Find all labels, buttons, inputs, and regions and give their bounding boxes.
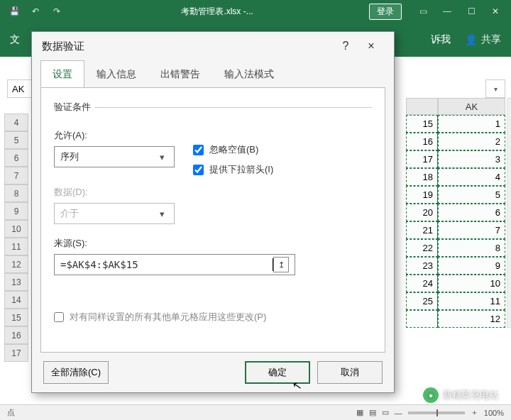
login-button[interactable]: 登录 bbox=[369, 4, 402, 20]
ribbon-options-icon[interactable]: ▭ bbox=[414, 3, 432, 20]
column-header-ak[interactable]: AK bbox=[438, 98, 505, 115]
chevron-down-icon: ▾ bbox=[155, 152, 168, 162]
checkbox-input[interactable] bbox=[193, 165, 204, 175]
tab-input-message[interactable]: 输入信息 bbox=[84, 60, 148, 88]
validation-criteria: 验证条件 允许(A): 序列 ▾ 忽略空值(B) 提 bbox=[54, 101, 372, 324]
cell[interactable]: 16 bbox=[406, 133, 438, 150]
cell[interactable]: 6 bbox=[438, 204, 505, 221]
cell[interactable]: 23 bbox=[406, 257, 438, 275]
ok-button[interactable]: 确定 bbox=[245, 361, 310, 384]
data-validation-dialog: 数据验证 ? × 设置 输入信息 出错警告 输入法模式 验证条件 允许(A): … bbox=[31, 31, 395, 393]
cell[interactable]: 2 bbox=[438, 133, 505, 150]
allow-label: 允许(A): bbox=[54, 129, 182, 142]
source-input[interactable]: =$AK$4:$AK$15 ↥ bbox=[54, 254, 295, 275]
formula-bar-expand[interactable]: ▾ bbox=[485, 79, 505, 98]
row-header[interactable]: 13 bbox=[4, 273, 28, 291]
cell[interactable]: 20 bbox=[406, 204, 438, 221]
view-pagebreak-icon[interactable]: ▭ bbox=[382, 408, 389, 417]
cell[interactable]: 15 bbox=[406, 115, 438, 133]
sheet-peek: AK 151 162 173 184 195 206 217 228 239 2… bbox=[406, 98, 505, 328]
help-button[interactable]: ? bbox=[333, 33, 358, 59]
row-header[interactable]: 16 bbox=[4, 326, 28, 344]
cell[interactable]: 11 bbox=[438, 292, 505, 310]
tab-error-alert[interactable]: 出错警告 bbox=[148, 60, 212, 88]
save-icon[interactable]: 💾 bbox=[4, 3, 24, 20]
row-header[interactable]: 5 bbox=[4, 131, 28, 149]
cell[interactable]: 7 bbox=[438, 221, 505, 239]
cell[interactable]: 9 bbox=[438, 257, 505, 275]
zoom-out-icon[interactable]: ― bbox=[395, 409, 402, 417]
dialog-body: 验证条件 允许(A): 序列 ▾ 忽略空值(B) 提 bbox=[40, 88, 385, 353]
apply-to-all-checkbox[interactable]: 对有同样设置的所有其他单元格应用这些更改(P) bbox=[54, 311, 372, 324]
close-window-icon[interactable]: ✕ bbox=[487, 3, 504, 20]
cancel-button[interactable]: 取消 bbox=[317, 361, 383, 384]
cell[interactable]: 10 bbox=[438, 275, 505, 292]
tell-me[interactable]: 诉我 bbox=[431, 33, 451, 46]
view-layout-icon[interactable]: ▤ bbox=[369, 408, 376, 417]
row-header[interactable]: 6 bbox=[4, 149, 28, 167]
tab-ime-mode[interactable]: 输入法模式 bbox=[212, 60, 286, 88]
maximize-icon[interactable]: ☐ bbox=[463, 3, 480, 20]
zoom-slider[interactable] bbox=[408, 411, 465, 414]
row-header[interactable]: 11 bbox=[4, 238, 28, 255]
window-title: 考勤管理表.xlsx -... bbox=[71, 6, 363, 18]
criteria-legend: 验证条件 bbox=[54, 101, 95, 114]
cell[interactable] bbox=[406, 310, 438, 328]
title-bar: 💾 ↶ ↷ 考勤管理表.xlsx -... 登录 ▭ ― ☐ ✕ bbox=[0, 0, 511, 23]
row-header[interactable]: 9 bbox=[4, 202, 28, 220]
file-tab[interactable]: 文 bbox=[10, 33, 20, 46]
checkbox-input[interactable] bbox=[193, 145, 204, 155]
column-header[interactable] bbox=[406, 98, 438, 115]
cell[interactable]: 5 bbox=[438, 186, 505, 204]
close-icon: × bbox=[368, 40, 374, 52]
row-header[interactable]: 10 bbox=[4, 220, 28, 238]
status-left: 点 bbox=[7, 407, 15, 418]
cell[interactable]: 12 bbox=[438, 310, 505, 328]
share-icon: 👤 bbox=[465, 34, 477, 45]
scroll-down-icon[interactable]: ▾ bbox=[507, 110, 511, 121]
row-header[interactable]: 14 bbox=[4, 291, 28, 309]
row-header[interactable]: 7 bbox=[4, 167, 28, 184]
cell[interactable]: 21 bbox=[406, 221, 438, 239]
watermark-icon: ● bbox=[423, 387, 439, 403]
scroll-up-icon[interactable]: ▴ bbox=[507, 99, 511, 110]
checkbox-input[interactable] bbox=[54, 312, 64, 322]
cell[interactable]: 8 bbox=[438, 239, 505, 257]
close-button[interactable]: × bbox=[358, 33, 384, 59]
redo-icon[interactable]: ↷ bbox=[47, 3, 67, 20]
row-header[interactable]: 8 bbox=[4, 184, 28, 202]
vertical-scrollbar[interactable]: ▴ ▾ bbox=[507, 98, 511, 328]
cell[interactable]: 4 bbox=[438, 168, 505, 186]
chevron-down-icon: ▾ bbox=[494, 85, 498, 93]
watermark: ● 新精英充电站 bbox=[423, 387, 498, 403]
allow-select[interactable]: 序列 ▾ bbox=[54, 146, 175, 167]
ignore-blank-checkbox[interactable]: 忽略空值(B) bbox=[193, 143, 273, 156]
cell[interactable]: 18 bbox=[406, 168, 438, 186]
cell[interactable]: 17 bbox=[406, 150, 438, 168]
cell[interactable]: 1 bbox=[438, 115, 505, 133]
zoom-controls[interactable]: ▦ ▤ ▭ ― ＋ 100% bbox=[356, 407, 504, 418]
cell[interactable]: 24 bbox=[406, 275, 438, 292]
share-button[interactable]: 👤 共享 bbox=[465, 33, 501, 46]
zoom-in-icon[interactable]: ＋ bbox=[471, 407, 478, 418]
in-cell-dropdown-checkbox[interactable]: 提供下拉箭头(I) bbox=[193, 163, 273, 176]
row-header[interactable]: 4 bbox=[4, 114, 28, 131]
row-header[interactable]: 12 bbox=[4, 255, 28, 273]
status-bar: 点 ▦ ▤ ▭ ― ＋ 100% bbox=[0, 404, 511, 420]
row-header[interactable]: 17 bbox=[4, 344, 28, 362]
cell[interactable]: 22 bbox=[406, 239, 438, 257]
cell[interactable]: 25 bbox=[406, 292, 438, 310]
range-selector-button[interactable]: ↥ bbox=[273, 257, 289, 272]
zoom-percent[interactable]: 100% bbox=[484, 409, 504, 417]
source-label: 来源(S): bbox=[54, 237, 372, 250]
minimize-icon[interactable]: ― bbox=[439, 3, 456, 20]
row-header[interactable]: 15 bbox=[4, 309, 28, 326]
undo-icon[interactable]: ↶ bbox=[26, 3, 45, 20]
cell[interactable]: 3 bbox=[438, 150, 505, 168]
row-headers: 4 5 6 7 8 9 10 11 12 13 14 15 16 17 bbox=[4, 114, 28, 362]
range-selector-icon: ↥ bbox=[278, 260, 285, 270]
view-normal-icon[interactable]: ▦ bbox=[356, 408, 363, 417]
cell[interactable]: 19 bbox=[406, 186, 438, 204]
tab-settings[interactable]: 设置 bbox=[40, 60, 84, 88]
clear-all-button[interactable]: 全部清除(C) bbox=[43, 361, 109, 384]
